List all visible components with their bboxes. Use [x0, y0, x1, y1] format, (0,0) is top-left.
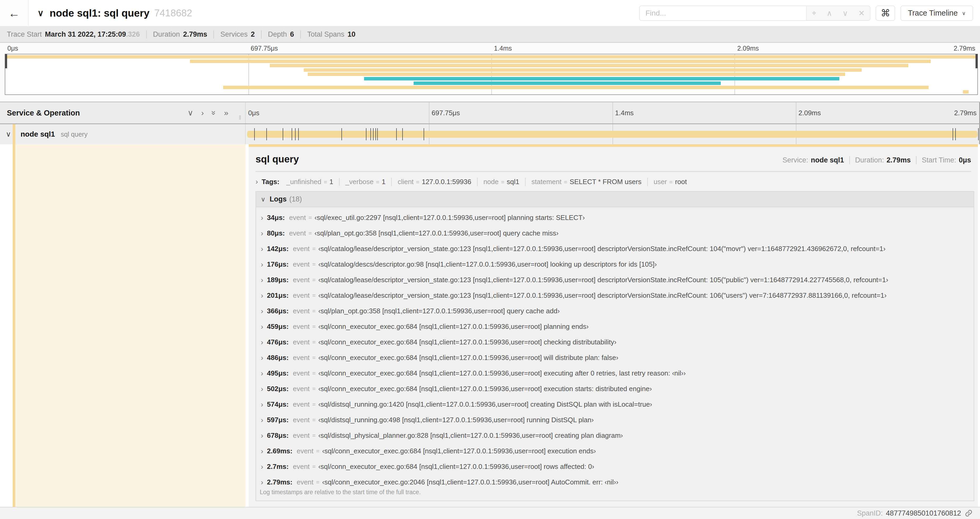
log-timestamp: 459μs:: [267, 323, 288, 331]
log-field-name: event: [293, 307, 310, 315]
log-marker-tick: [366, 128, 366, 140]
ruler-tick-label: 0μs: [248, 109, 259, 117]
log-timestamp: 34μs:: [267, 214, 285, 222]
ruler-tick-label: 2.79ms: [954, 109, 977, 117]
equals-sign: =: [312, 339, 316, 346]
equals-sign: =: [309, 230, 312, 237]
detail-meta-item: Duration:2.79ms: [850, 156, 911, 164]
log-timestamp: 502μs:: [267, 385, 288, 393]
log-row[interactable]: › 678μs: event = ‹sql/distsql_physical_p…: [260, 428, 969, 443]
chevron-right-icon: ›: [261, 463, 263, 471]
log-row[interactable]: › 597μs: event = ‹sql/distsql_running.go…: [260, 412, 969, 428]
trace-collapse-chevron-icon[interactable]: ∨: [37, 8, 44, 18]
log-row[interactable]: › 486μs: event = ‹sql/conn_executor_exec…: [260, 350, 969, 366]
detail-meta-label: Start Time:: [922, 156, 956, 164]
equals-sign: =: [376, 179, 379, 185]
log-row[interactable]: › 502μs: event = ‹sql/conn_executor_exec…: [260, 381, 969, 397]
equals-sign: =: [312, 463, 316, 470]
expand-all-icon[interactable]: »: [224, 109, 228, 117]
log-timestamp: 495μs:: [267, 369, 288, 377]
span-row-name-cell[interactable]: ∨ node sql1 sql query: [0, 124, 245, 144]
minimap-span: [414, 81, 721, 85]
span-row: ∨ node sql1 sql query: [0, 124, 980, 144]
detail-left-gutter: [0, 144, 245, 507]
expand-one-icon[interactable]: ›: [201, 109, 204, 117]
locate-icon[interactable]: ⌖: [812, 9, 816, 18]
detail-meta-item: Start Time:0μs: [916, 156, 971, 164]
chevron-right-icon: ›: [261, 400, 263, 409]
trace-view-select[interactable]: Trace Timeline ∨: [900, 6, 973, 21]
span-detail-meta: Service:node sql1 Duration:2.79ms Start …: [783, 156, 971, 164]
span-bar-track[interactable]: [245, 124, 980, 144]
log-row[interactable]: › 201μs: event = ‹sql/catalog/lease/desc…: [260, 288, 969, 303]
ruler-tick-label: 1.4ms: [615, 109, 634, 117]
link-icon[interactable]: [965, 509, 973, 517]
log-marker-tick: [377, 128, 378, 140]
log-marker-tick: [955, 128, 956, 140]
detail-meta-value: node sql1: [811, 156, 844, 164]
log-row[interactable]: › 80μs: event = ‹sql/plan_opt.go:358 [ns…: [260, 225, 969, 241]
log-row[interactable]: › 495μs: event = ‹sql/conn_executor_exec…: [260, 366, 969, 381]
equals-sign: =: [312, 386, 316, 393]
detail-title-row: sql query Service:node sql1 Duration:2.7…: [249, 147, 978, 165]
minimap-span: [270, 64, 908, 67]
viewport-scrubber-left[interactable]: [5, 54, 7, 68]
log-marker-tick: [953, 128, 953, 140]
column-resize-grip[interactable]: ‖: [239, 114, 242, 121]
log-marker-tick: [402, 128, 403, 140]
trace-meta-item: Services2: [213, 30, 261, 38]
ruler-tick-label: 2.79ms: [954, 45, 975, 52]
log-row[interactable]: › 34μs: event = ‹sql/exec_util.go:2297 […: [260, 210, 969, 225]
viewport-scrubber-right[interactable]: [975, 54, 978, 68]
keyboard-shortcuts-button[interactable]: ⌘: [876, 6, 895, 21]
log-timestamp: 2.7ms:: [267, 463, 288, 471]
log-row[interactable]: › 189μs: event = ‹sql/catalog/lease/desc…: [260, 272, 969, 288]
log-marker-tick: [371, 128, 371, 140]
tags-row[interactable]: › Tags: _unfinished=1 _verbose=1 client=…: [249, 172, 978, 191]
trace-meta-item: Duration2.79ms: [146, 30, 214, 38]
log-timestamp: 476μs:: [267, 338, 288, 346]
log-row[interactable]: › 366μs: event = ‹sql/plan_opt.go:358 [n…: [260, 303, 969, 319]
trace-page: ← ∨ node sql1: sql query 7418682 ⌖ ∧ ∨ ✕…: [0, 0, 980, 519]
tag-key: node: [484, 178, 499, 186]
next-match-icon[interactable]: ∨: [843, 9, 848, 18]
span-collapse-chevron-icon[interactable]: ∨: [6, 130, 11, 139]
meta-label: Duration: [153, 30, 180, 38]
log-field-name: event: [293, 385, 310, 393]
meta-value: 2.79ms: [183, 30, 207, 38]
log-row[interactable]: › 2.69ms: event = ‹sql/conn_executor_exe…: [260, 443, 969, 459]
collapse-one-icon[interactable]: ∨: [188, 109, 193, 117]
collapse-all-icon[interactable]: »: [210, 111, 218, 115]
span-duration-bar[interactable]: [247, 131, 978, 138]
log-row[interactable]: › 476μs: event = ‹sql/conn_executor_exec…: [260, 334, 969, 350]
chevron-right-icon: ›: [261, 431, 263, 440]
log-row[interactable]: › 574μs: event = ‹sql/distsql_running.go…: [260, 397, 969, 412]
log-row[interactable]: › 2.7ms: event = ‹sql/conn_executor_exec…: [260, 459, 969, 474]
span-id-value: 4877749850101760812: [886, 509, 961, 517]
log-row[interactable]: › 176μs: event = ‹sql/catalog/descs/desc…: [260, 257, 969, 272]
prev-match-icon[interactable]: ∧: [826, 9, 832, 18]
tag-item: user=root: [647, 178, 687, 186]
log-field-name: event: [293, 276, 310, 284]
log-row[interactable]: › 142μs: event = ‹sql/catalog/lease/desc…: [260, 241, 969, 257]
span-detail-card: sql query Service:node sql1 Duration:2.7…: [249, 144, 978, 507]
trace-header: ← ∨ node sql1: sql query 7418682 ⌖ ∧ ∨ ✕…: [0, 0, 980, 26]
trace-meta-item: Depth6: [261, 30, 300, 38]
find-input[interactable]: [640, 6, 806, 20]
tag-value: 1: [382, 178, 385, 186]
equals-sign: =: [312, 370, 316, 377]
log-field-name: event: [293, 245, 310, 253]
back-button-box: ←: [0, 0, 29, 26]
log-row[interactable]: › 459μs: event = ‹sql/conn_executor_exec…: [260, 319, 969, 334]
log-row[interactable]: › 2.79ms: event = ‹sql/conn_executor_exe…: [260, 474, 969, 487]
log-field-name: event: [293, 260, 310, 268]
back-button[interactable]: ←: [8, 7, 20, 19]
minimap-canvas[interactable]: [5, 54, 978, 95]
logs-header[interactable]: ∨ Logs (18): [256, 192, 974, 207]
log-field-value: ‹sql/conn_executor_exec.go:684 [nsql1,cl…: [318, 338, 616, 346]
equals-sign: =: [316, 448, 320, 455]
log-field-name: event: [293, 463, 310, 471]
equals-sign: =: [312, 246, 316, 252]
log-field-name: event: [293, 416, 310, 424]
clear-search-icon[interactable]: ✕: [858, 9, 865, 18]
